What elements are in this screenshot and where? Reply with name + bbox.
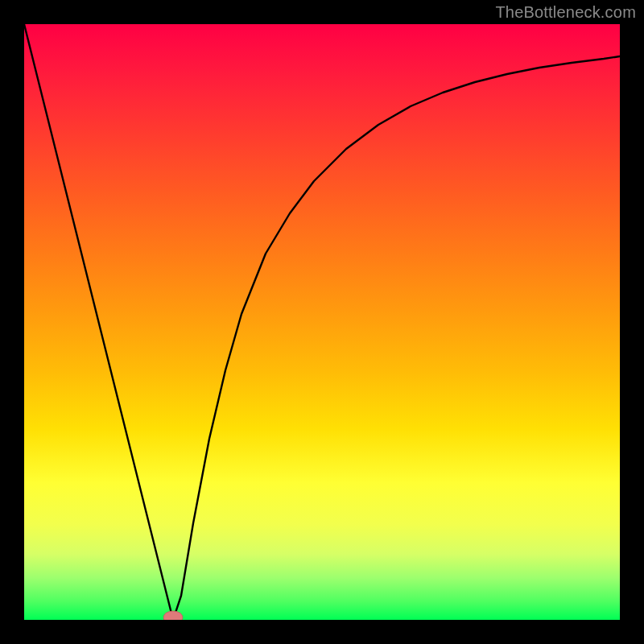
chart-svg [24,24,620,620]
plot-area [24,24,620,620]
chart-curve [24,24,620,620]
marker-dot [163,611,183,620]
watermark-text: TheBottleneck.com [495,3,636,22]
chart-container: TheBottleneck.com [0,0,644,644]
